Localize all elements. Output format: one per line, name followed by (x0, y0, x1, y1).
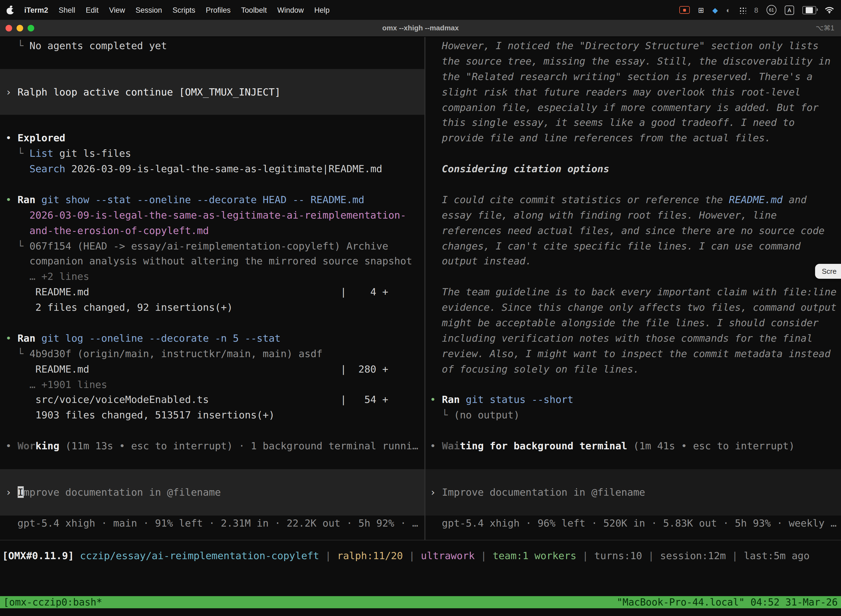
dark-circle-icon[interactable]: ◐ (726, 6, 731, 14)
thinking-line: essay file, along with finding root file… (425, 208, 841, 223)
grid-icon[interactable]: ⊞ (698, 6, 704, 14)
menu-item-shell[interactable]: Shell (59, 6, 75, 14)
essay-filename-line-1: 2026-03-09-is-legal-the-same-as-legitima… (0, 208, 424, 223)
screen-recording-icon[interactable] (679, 6, 690, 14)
menu-item-scripts[interactable]: Scripts (173, 6, 195, 14)
text-segment: (no output) (454, 409, 520, 421)
text-segment: • (6, 332, 18, 344)
blank-line (0, 454, 424, 469)
menu-item-help[interactable]: Help (314, 6, 330, 14)
text-segment: README.md (729, 194, 783, 205)
text-segment: | (576, 550, 594, 561)
agents-note: └ No agents completed yet (0, 38, 424, 54)
blank-line (0, 69, 424, 84)
text-segment: The team guideline is to back every impo… (430, 286, 837, 298)
blank-line (425, 469, 841, 485)
menu-item-profiles[interactable]: Profiles (206, 6, 231, 14)
battery-icon[interactable] (802, 6, 816, 14)
battery-percent-icon[interactable]: 61 (766, 5, 777, 15)
composer-input[interactable]: › Improve documentation in @filename (0, 485, 424, 500)
diffstat-summary-2: 1903 files changed, 513517 insertions(+) (0, 408, 424, 423)
menu-item-edit[interactable]: Edit (86, 6, 99, 14)
thinking-line: I could cite commit statistics or refere… (425, 192, 841, 208)
text-segment: └ (6, 348, 29, 359)
close-button[interactable] (6, 25, 12, 31)
text-segment: … +1901 lines (6, 378, 107, 390)
text-segment: I could cite commit statistics or refere… (430, 194, 729, 205)
right-terminal-pane[interactable]: However, I noticed the "Directory Struct… (425, 37, 841, 541)
thinking-line: the source tree, missing the essay. Stil… (425, 54, 841, 69)
session-stats: gpt-5.4 xhigh · main · 91% left · 2.31M … (0, 515, 424, 531)
text-segment: Explored (18, 132, 65, 144)
blank-line (425, 146, 841, 161)
text-segment: references need actual files, and since … (430, 224, 825, 236)
text-segment: Search (29, 163, 65, 175)
text-segment: | (403, 550, 421, 561)
text-segment: | (475, 550, 492, 561)
text-segment: ting for background terminal (460, 440, 627, 452)
menu-item-view[interactable]: View (109, 6, 125, 14)
text-segment: evidence. Since this change only affects… (430, 301, 837, 313)
working-status: • Working (11m 13s • esc to interrupt) ·… (0, 438, 424, 454)
text-segment: git status --short (460, 394, 573, 405)
zoom-button[interactable] (28, 25, 34, 31)
text-segment: • (430, 394, 442, 405)
thinking-line: However, I noticed the "Directory Struct… (425, 38, 841, 54)
text-segment: companion file, especially if more comme… (430, 101, 819, 113)
text-segment: git log --oneline --decorate -n 5 --stat (35, 332, 281, 344)
omx-status-line: [OMX#0.11.9] cczip/essay/ai-reimplementa… (0, 548, 841, 563)
text-segment: git show --stat --oneline --decorate HEA… (35, 194, 364, 205)
omx-branch: cczip/essay/ai-reimplementation-copyleft (80, 550, 319, 561)
commit-message-line-2: companion analysis without altering the … (0, 254, 424, 269)
text-segment: of focusing solely on file lines. (430, 363, 639, 374)
app-grid-icon[interactable] (739, 6, 746, 13)
composer-input[interactable]: › Improve documentation in @filename (425, 485, 841, 500)
explored-list: └ List git ls-files (0, 146, 424, 161)
text-segment: · 1 background terminal runni… (233, 440, 418, 452)
log-commit-line: └ 4b9d30f (origin/main, instructkr/main,… (0, 346, 424, 362)
ran-git-show: • Ran git show --stat --oneline --decora… (0, 192, 424, 208)
menu-item-session[interactable]: Session (135, 6, 162, 14)
window-title-bar[interactable]: omx --xhigh --madmax ⌥⌘1 (0, 20, 841, 37)
menu-bar-left: iTerm2 Shell Edit View Session Scripts P… (7, 6, 330, 14)
blank-line (0, 423, 424, 439)
text-segment (6, 163, 29, 175)
blank-line (425, 177, 841, 192)
text-segment: including verification notes with those … (430, 332, 813, 344)
text-segment: README.md | 4 + (6, 286, 388, 298)
menu-item-window[interactable]: Window (277, 6, 304, 14)
text-segment: might be acceptable alongside the file l… (430, 317, 819, 329)
composer-box[interactable]: › Improve documentation in @filename (425, 469, 841, 515)
text-segment: (1m 41s • esc to interrupt) (627, 440, 795, 452)
text-segment: gpt-5.4 xhigh · main · 91% left · 2.31M … (6, 517, 418, 528)
thinking-line: references need actual files, and since … (425, 223, 841, 238)
blank-line (425, 269, 841, 285)
commit-message-line-1: └ 067f154 (HEAD -> essay/ai-reimplementa… (0, 238, 424, 254)
input-source-icon[interactable]: A (785, 5, 794, 15)
tmux-session-name: [omx-cczip0:bash* (3, 596, 102, 608)
menu-item-toolbelt[interactable]: Toolbelt (241, 6, 267, 14)
omx-version: [OMX#0.11.9] (2, 550, 74, 561)
window-title: omx --xhigh --madmax (0, 20, 841, 37)
composer-box[interactable]: › Improve documentation in @filename (0, 469, 424, 515)
menu-item-iterm2[interactable]: iTerm2 (24, 6, 48, 14)
text-segment: slight risk that future readers may over… (430, 86, 801, 97)
screen-share-tooltip[interactable]: Scre (815, 264, 841, 279)
minimize-button[interactable] (16, 25, 23, 31)
blank-line (0, 177, 424, 192)
waiting-status: • Waiting for background terminal (1m 41… (425, 438, 841, 454)
explored-search: Search 2026-03-09-is-legal-the-same-as-l… (0, 161, 424, 177)
left-terminal-pane[interactable]: └ No agents completed yet› Ralph loop ac… (0, 37, 424, 541)
blue-app-icon[interactable]: ◆ (712, 6, 718, 14)
text-segment: Ran (442, 394, 460, 405)
thinking-line: the "Related research writing" section i… (425, 69, 841, 84)
apple-menu-icon[interactable] (7, 6, 14, 14)
text-segment: › (430, 486, 442, 498)
omx-team: team:1 workers (492, 550, 576, 561)
figure-eight-icon[interactable]: 8 (755, 6, 758, 14)
text-segment: gpt-5.4 xhigh · 96% left · 520K in · 5.8… (430, 517, 837, 528)
text-segment: this single essay, it seems like a good … (430, 117, 795, 128)
thinking-line: this single essay, it seems like a good … (425, 115, 841, 131)
wifi-icon[interactable] (825, 6, 834, 14)
text-segment: However, I noticed the "Directory Struct… (430, 40, 819, 51)
